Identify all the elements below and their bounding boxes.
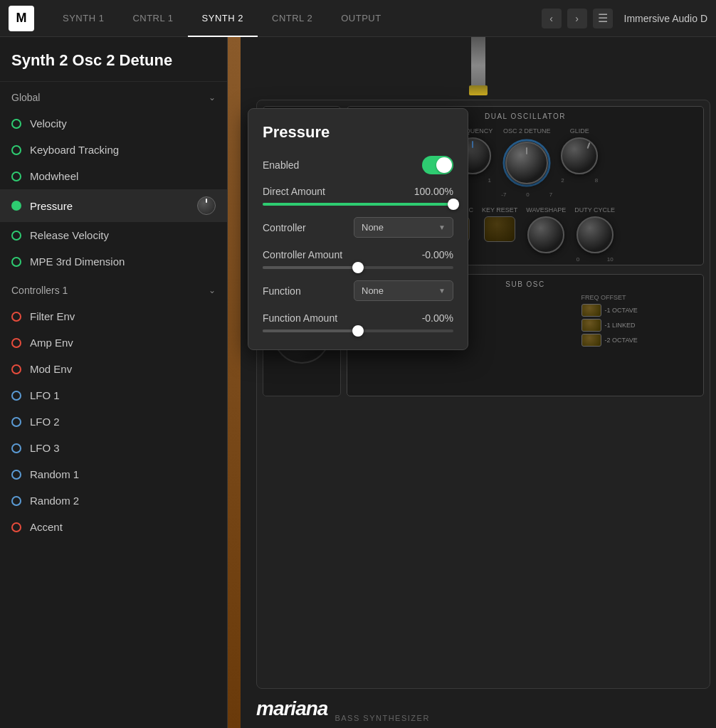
pressure-label: Pressure xyxy=(30,200,197,212)
amp-env-label: Amp Env xyxy=(30,337,216,349)
osc2-detune-group: OSC 2 DETUNE xyxy=(501,127,552,198)
mod-env-indicator xyxy=(11,364,21,374)
sidebar-item-lfo2[interactable]: LFO 2 xyxy=(0,408,227,435)
random2-label: Random 2 xyxy=(30,495,216,507)
glide-knob[interactable] xyxy=(561,137,598,174)
popup-controller-amount-thumb[interactable] xyxy=(352,262,364,273)
freq-option-linked-btn[interactable] xyxy=(581,319,601,332)
sidebar-item-lfo3[interactable]: LFO 3 xyxy=(0,435,227,461)
global-section-header: Global ⌄ xyxy=(0,82,227,110)
side-bar-decoration xyxy=(228,37,241,728)
modwheel-label: Modwheel xyxy=(30,170,216,182)
sidebar-item-accent[interactable]: Accent xyxy=(0,514,227,540)
freq-option-1-octave-btn[interactable] xyxy=(581,304,601,317)
mod-env-label: Mod Env xyxy=(30,363,216,375)
waveshape-knob[interactable] xyxy=(527,216,564,253)
controllers-section-header: Controllers 1 ⌄ xyxy=(0,275,227,303)
sidebar-item-velocity[interactable]: Velocity xyxy=(0,110,227,137)
global-section-label: Global xyxy=(11,92,40,103)
amp-env-indicator xyxy=(11,338,21,348)
popup-function-amount-label: Function Amount xyxy=(263,312,337,324)
popup-function-amount-row: Function Amount -0.00% xyxy=(263,312,453,332)
popup-enabled-toggle[interactable] xyxy=(422,156,453,174)
key-reset-button[interactable] xyxy=(484,216,515,242)
sidebar-item-mpe[interactable]: MPE 3rd Dimension xyxy=(0,248,227,275)
popup-function-amount-slider[interactable] xyxy=(263,329,453,332)
sidebar-item-amp-env[interactable]: Amp Env xyxy=(0,329,227,356)
nav-next-button[interactable]: › xyxy=(567,9,587,28)
popup-direct-amount-slider[interactable] xyxy=(263,203,453,206)
nav-prev-button[interactable]: ‹ xyxy=(542,9,562,28)
sidebar-item-random1[interactable]: Random 1 xyxy=(0,461,227,487)
random2-indicator xyxy=(11,496,21,506)
nav-tabs: SYNTH 1 CNTRL 1 SYNTH 2 CNTRL 2 OUTPUT xyxy=(48,0,527,37)
pressure-popup: Pressure Enabled Direct Amount 100.00% xyxy=(248,108,468,350)
sidebar-item-mod-env[interactable]: Mod Env xyxy=(0,356,227,382)
global-section-chevron[interactable]: ⌄ xyxy=(209,93,216,102)
popup-function-amount-thumb[interactable] xyxy=(352,325,364,337)
sidebar-item-filter-env[interactable]: Filter Env xyxy=(0,303,227,329)
sidebar-item-pressure[interactable]: Pressure xyxy=(0,189,227,222)
lfo1-indicator xyxy=(11,391,21,401)
popup-direct-amount-value: 100.00% xyxy=(414,186,453,197)
popup-enabled-row: Enabled xyxy=(263,156,453,174)
velocity-label: Velocity xyxy=(30,117,216,130)
popup-controller-value: None xyxy=(362,222,384,233)
release-velocity-label: Release Velocity xyxy=(30,229,216,241)
sidebar-item-release-velocity[interactable]: Release Velocity xyxy=(0,222,227,248)
popup-direct-amount-label: Direct Amount xyxy=(263,186,325,197)
pressure-knob[interactable] xyxy=(197,196,216,215)
controllers-section-label: Controllers 1 xyxy=(11,285,68,296)
tab-cntrl2[interactable]: CNTRL 2 xyxy=(258,0,327,37)
keyboard-tracking-label: Keyboard Tracking xyxy=(30,144,216,156)
random1-indicator xyxy=(11,470,21,480)
lfo3-indicator xyxy=(11,443,21,453)
tab-output[interactable]: OUTPUT xyxy=(327,0,395,37)
popup-function-row: Function None ▼ xyxy=(263,280,453,301)
lfo2-indicator xyxy=(11,417,21,427)
osc2-detune-knob-wrapper[interactable] xyxy=(501,137,552,189)
freq-offset-label: FREQ OFFSET xyxy=(581,294,638,301)
popup-controller-dropdown[interactable]: None ▼ xyxy=(354,217,453,238)
content-area: NOISE NOISE COLOR WHITE DUAL OSCILLATOR xyxy=(228,37,716,728)
keyboard-tracking-indicator xyxy=(11,145,21,155)
freq-option-2-octave[interactable]: -2 OCTAVE xyxy=(581,334,638,347)
popup-function-label: Function xyxy=(263,285,301,297)
nav-title: Immersive Audio D xyxy=(624,13,707,24)
nav-logo: M xyxy=(9,6,34,31)
sidebar-item-keyboard-tracking[interactable]: Keyboard Tracking xyxy=(0,137,227,163)
freq-offset-options: -1 OCTAVE -1 LINKED -2 OCTAVE xyxy=(581,304,638,347)
sidebar: Synth 2 Osc 2 Detune Global ⌄ Velocity K… xyxy=(0,37,228,728)
sidebar-item-modwheel[interactable]: Modwheel xyxy=(0,163,227,189)
glide-group: GLIDE 28 xyxy=(561,127,598,184)
duty-cycle-knob[interactable] xyxy=(577,216,614,253)
freq-option-1-octave[interactable]: -1 OCTAVE xyxy=(581,304,638,317)
tab-synth2[interactable]: SYNTH 2 xyxy=(188,0,258,37)
mariana-subtitle: BASS SYNTHESIZER xyxy=(335,714,429,722)
controllers-section-chevron[interactable]: ⌄ xyxy=(209,285,216,295)
main-layout: Synth 2 Osc 2 Detune Global ⌄ Velocity K… xyxy=(0,37,716,728)
sidebar-item-random2[interactable]: Random 2 xyxy=(0,487,227,514)
tab-synth1[interactable]: SYNTH 1 xyxy=(48,0,118,37)
popup-function-dropdown[interactable]: None ▼ xyxy=(354,280,453,301)
popup-function-value: None xyxy=(362,285,384,296)
popup-controller-amount-slider[interactable] xyxy=(263,266,453,269)
popup-direct-amount-thumb[interactable] xyxy=(448,199,459,210)
popup-controller-row: Controller None ▼ xyxy=(263,217,453,238)
popup-controller-label: Controller xyxy=(263,222,306,233)
popup-controller-amount-value: -0.00% xyxy=(422,249,453,260)
sidebar-item-lfo1[interactable]: LFO 1 xyxy=(0,382,227,408)
tab-cntrl1[interactable]: CNTRL 1 xyxy=(118,0,187,37)
waveshape-group: WAVESHAPE xyxy=(526,206,566,253)
mpe-indicator xyxy=(11,257,21,267)
freq-option-2-octave-btn[interactable] xyxy=(581,334,601,347)
accent-indicator xyxy=(11,522,21,532)
freq-option-1-label: -1 OCTAVE xyxy=(605,307,638,314)
duty-cycle-label: DUTY CYCLE xyxy=(574,206,615,213)
freq-option-linked[interactable]: -1 LINKED xyxy=(581,319,638,332)
random1-label: Random 1 xyxy=(30,468,216,480)
release-velocity-indicator xyxy=(11,231,21,241)
freq-option-linked-label: -1 LINKED xyxy=(605,322,636,329)
lfo2-label: LFO 2 xyxy=(30,416,216,428)
nav-menu-button[interactable]: ☰ xyxy=(593,9,613,28)
